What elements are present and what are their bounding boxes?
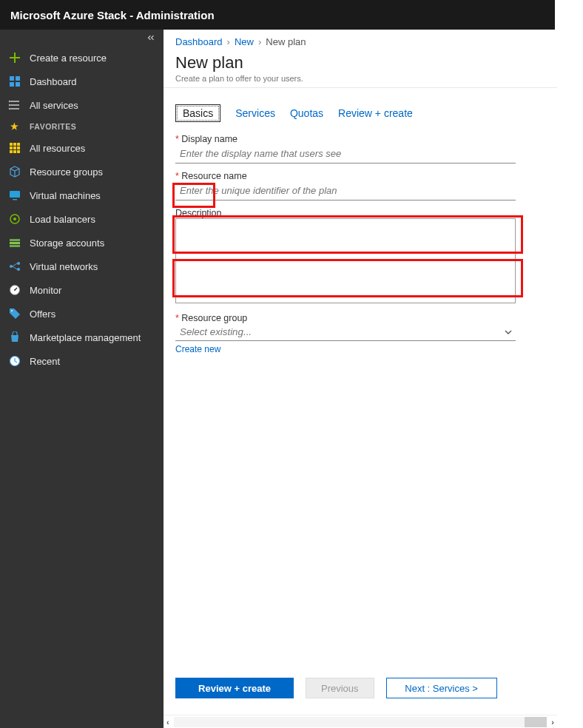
cube-icon	[9, 166, 21, 178]
tab-review-create[interactable]: Review + create	[338, 104, 413, 122]
next-button[interactable]: Next : Services >	[386, 678, 497, 698]
svg-rect-1	[16, 76, 20, 81]
clock-icon	[9, 355, 21, 367]
sidebar-item-monitor[interactable]: Monitor	[0, 278, 164, 302]
sidebar-item-recent[interactable]: Recent	[0, 349, 164, 373]
svg-point-26	[10, 265, 13, 268]
sidebar-item-resource-groups[interactable]: Resource groups	[0, 160, 164, 183]
svg-rect-17	[13, 150, 16, 153]
sidebar-collapse-button[interactable]	[0, 30, 164, 46]
display-name-label: Display name	[175, 134, 545, 144]
chevron-right-icon: ›	[258, 36, 261, 47]
sidebar-item-virtual-networks[interactable]: Virtual networks	[0, 255, 164, 278]
svg-rect-3	[16, 82, 20, 87]
tab-basics[interactable]: Basics	[175, 104, 220, 122]
svg-rect-12	[17, 143, 20, 146]
storage-icon	[9, 237, 21, 249]
chevron-double-left-icon	[146, 33, 156, 43]
svg-rect-19	[10, 191, 20, 198]
breadcrumb-new[interactable]: New	[235, 36, 254, 47]
app-title: Microsoft Azure Stack - Administration	[10, 9, 215, 21]
resource-group-label: Resource group	[175, 313, 545, 323]
shopping-bag-icon	[9, 331, 21, 343]
svg-point-28	[17, 268, 20, 271]
tab-quotas[interactable]: Quotas	[290, 104, 323, 122]
previous-button: Previous	[306, 678, 374, 698]
tab-services[interactable]: Services	[235, 104, 275, 122]
sidebar-create-resource[interactable]: Create a resource	[0, 46, 164, 70]
svg-rect-11	[13, 143, 16, 146]
scroll-left-icon[interactable]: ‹	[165, 718, 171, 727]
grid-icon	[9, 142, 21, 154]
horizontal-scrollbar[interactable]: ‹ ›	[164, 715, 557, 728]
svg-point-27	[17, 262, 20, 265]
gauge-icon	[9, 284, 21, 296]
svg-rect-2	[10, 82, 14, 87]
svg-point-7	[9, 101, 10, 102]
svg-rect-16	[10, 150, 13, 153]
content-area: Dashboard › New › New plan New plan Crea…	[164, 30, 557, 728]
wizard-footer: Review + create Previous Next : Services…	[164, 670, 557, 706]
right-gutter	[557, 0, 583, 728]
page-title: New plan	[175, 53, 545, 73]
breadcrumb-dashboard[interactable]: Dashboard	[175, 36, 223, 47]
svg-rect-0	[10, 76, 14, 81]
resource-name-input[interactable]	[175, 181, 516, 200]
form-basics: Display name Resource name Description R…	[164, 122, 557, 679]
sidebar-item-all-resources[interactable]: All resources	[0, 136, 164, 160]
breadcrumb: Dashboard › New › New plan	[164, 30, 557, 53]
create-new-resource-group-link[interactable]: Create new	[175, 344, 220, 354]
svg-point-8	[9, 105, 10, 106]
svg-rect-13	[10, 146, 13, 149]
svg-rect-25	[10, 245, 20, 247]
display-name-input[interactable]	[175, 144, 516, 164]
svg-point-22	[13, 218, 16, 220]
svg-point-30	[14, 289, 16, 291]
svg-rect-18	[17, 150, 20, 153]
description-label: Description	[175, 208, 545, 218]
svg-rect-23	[10, 239, 20, 241]
network-icon	[9, 260, 21, 272]
breadcrumb-current: New plan	[266, 36, 306, 47]
load-balancer-icon	[9, 213, 21, 225]
svg-rect-10	[10, 143, 13, 146]
sidebar-all-services[interactable]: All services	[0, 93, 164, 117]
description-input[interactable]	[175, 218, 516, 303]
svg-rect-14	[13, 146, 16, 149]
sidebar-item-offers[interactable]: Offers	[0, 302, 164, 326]
svg-rect-15	[17, 146, 20, 149]
monitor-icon	[9, 189, 21, 201]
sidebar-item-marketplace[interactable]: Marketplace management	[0, 326, 164, 349]
plus-icon	[9, 52, 21, 64]
star-icon: ★	[9, 121, 21, 132]
top-bar: Microsoft Azure Stack - Administration	[0, 0, 555, 30]
resource-name-label: Resource name	[175, 171, 545, 181]
favorites-header: ★ FAVORITES	[0, 117, 164, 136]
page-subtitle: Create a plan to offer to your users.	[175, 74, 545, 83]
page-header: New plan Create a plan to offer to your …	[164, 53, 557, 88]
tag-icon	[9, 308, 21, 320]
svg-point-9	[9, 109, 10, 109]
sidebar-item-load-balancers[interactable]: Load balancers	[0, 207, 164, 231]
review-create-button[interactable]: Review + create	[175, 678, 294, 698]
scroll-right-icon[interactable]: ›	[550, 718, 556, 727]
svg-rect-24	[10, 242, 20, 244]
chevron-right-icon: ›	[227, 36, 230, 47]
svg-rect-20	[13, 199, 17, 200]
sidebar-item-storage-accounts[interactable]: Storage accounts	[0, 231, 164, 255]
scroll-thumb[interactable]	[525, 717, 547, 727]
svg-point-31	[11, 310, 13, 311]
dashboard-icon	[9, 75, 21, 87]
resource-group-select[interactable]	[175, 323, 516, 341]
tab-bar: Basics Services Quotas Review + create	[164, 88, 557, 122]
sidebar: Create a resource Dashboard All services…	[0, 30, 164, 728]
sidebar-dashboard[interactable]: Dashboard	[0, 70, 164, 93]
sidebar-item-virtual-machines[interactable]: Virtual machines	[0, 183, 164, 207]
list-icon	[9, 99, 21, 111]
